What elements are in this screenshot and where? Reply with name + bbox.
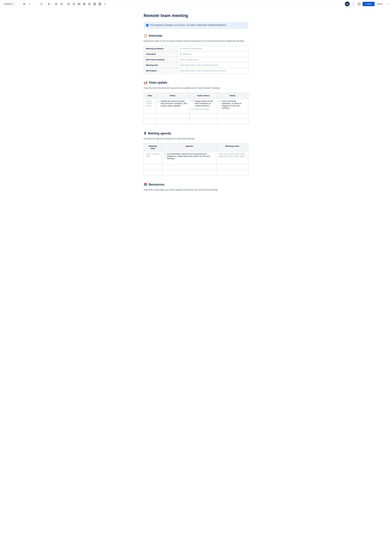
numbered-list-button[interactable]: 1.2.3. [59, 2, 64, 6]
meeting-agenda-section: 🗓 Meeting agenda Describe the agendas an… [144, 132, 248, 175]
bold-button[interactable]: B [22, 2, 26, 6]
svg-point-15 [84, 4, 85, 5]
overview-heading-text: Overview [149, 34, 162, 38]
svg-rect-27 [100, 4, 101, 5]
agenda-date-cell[interactable] [144, 164, 162, 170]
agenda-cell[interactable] [162, 164, 216, 170]
color-chevron-icon: ▾ [50, 3, 50, 5]
table-cell-value[interactable]: Type /link to add a video conferencing l… [177, 62, 248, 68]
template-icon [358, 3, 361, 5]
news-cell[interactable]: Update the team by listing new decisions… [156, 98, 189, 113]
agenda-notes-cell[interactable] [216, 170, 248, 175]
news-cell[interactable] [156, 113, 189, 119]
image-button[interactable] [77, 2, 81, 6]
image-icon [78, 3, 80, 5]
add-collaborator-button[interactable]: + [351, 2, 356, 6]
action-items-cell[interactable] [189, 119, 217, 124]
insert-button[interactable]: + ▾ [103, 2, 107, 6]
insert-icon: + [104, 2, 106, 5]
agenda-cell[interactable]: Use information learned from asynchronou… [162, 151, 216, 164]
link-button[interactable] [71, 2, 76, 6]
col-header-news: News [156, 93, 189, 98]
align-icon: ☰ [40, 3, 42, 5]
toolbar-divider-3 [45, 2, 45, 6]
more-format-button[interactable]: ··· [32, 2, 37, 6]
toolbar-divider-2 [38, 2, 38, 6]
team-update-heading: 📢 Team update [144, 81, 248, 85]
checkbox-item[interactable]: Assign tasks and @ team members to resol… [191, 100, 215, 107]
layout-button[interactable] [98, 2, 102, 6]
resources-heading-text: Resources [149, 183, 164, 186]
list-item: Use information learned from asynchronou… [167, 153, 214, 160]
publish-button[interactable]: Publish [363, 2, 375, 6]
notes-cell[interactable]: Post comments, questions, or ideas to pr… [217, 98, 248, 113]
list-item: Update the team by listing new decisions… [161, 100, 187, 107]
svg-rect-1 [56, 3, 57, 4]
table-cell-label: Workspace [144, 68, 177, 73]
mention-button[interactable] [82, 2, 86, 6]
italic-button[interactable]: I [27, 2, 32, 6]
align-button[interactable]: ☰ ▾ [40, 2, 44, 6]
link-icon [73, 3, 75, 5]
more-options-button[interactable]: ··· [385, 2, 390, 6]
overview-emoji: 📋 [144, 34, 147, 38]
emoji-button[interactable] [87, 2, 92, 6]
table-cell-value[interactable]: Type /link to add a Miro whiteboard you'… [177, 68, 248, 73]
page-title[interactable]: Remote team meeting [144, 13, 248, 18]
insert-chevron: ▾ [106, 3, 106, 5]
bullet-list-icon [55, 3, 57, 5]
table-row [144, 113, 248, 119]
action-items-cell[interactable] [189, 113, 217, 119]
notes-cell[interactable] [217, 113, 248, 119]
table-row: Attendees @ attendees [144, 51, 248, 57]
agenda-date-cell[interactable]: Type // to add a date [144, 151, 162, 164]
avatar-initials: CK [346, 3, 348, 5]
table-cell-value[interactable]: @ mention the facilitator [177, 46, 248, 51]
col-header-meeting-date: Meetingdate [144, 143, 162, 151]
toolbar: Heading 2 ▾ B I ··· ☰ ▾ A ▾ 1.2.3. [0, 0, 392, 8]
user-avatar[interactable]: CK [345, 1, 350, 6]
col-header-action-items: Action items [189, 93, 217, 98]
svg-point-0 [55, 3, 55, 4]
agenda-cell[interactable] [162, 170, 216, 175]
overview-section: 📋 Overview Explain the goals for this re… [144, 34, 248, 74]
heading-selector[interactable]: Heading 2 ▾ [2, 2, 19, 6]
agenda-notes-cell[interactable]: Type /link to add a link to the page you… [216, 151, 248, 164]
svg-rect-25 [99, 3, 100, 5]
table-cell-value[interactable]: Type // to add a date [177, 57, 248, 62]
meeting-agenda-emoji: 🗓 [144, 132, 147, 135]
avatar-badge [348, 5, 350, 7]
more-options-icon: ··· [386, 2, 388, 5]
page-content: Remote team meeting i This template is b… [136, 8, 256, 211]
color-button[interactable]: A ▾ [47, 2, 51, 6]
task-button[interactable] [66, 2, 71, 6]
miro-link[interactable]: Miro [182, 24, 186, 26]
table-cell-label: Meeting facilitator [144, 46, 177, 51]
checkbox-item[interactable]: Type your actio... [191, 108, 215, 110]
checkbox-text: Assign tasks and @ team members to resol… [195, 100, 215, 107]
date-cell[interactable] [144, 113, 156, 119]
task-icon [67, 3, 70, 5]
svg-text:3.: 3. [60, 4, 61, 5]
notes-cell[interactable] [217, 119, 248, 124]
emoji-icon [88, 3, 91, 5]
date-cell[interactable]: Type //to adda date [144, 98, 156, 113]
meeting-agenda-heading: 🗓 Meeting agenda [144, 132, 248, 135]
checkbox-input[interactable] [191, 108, 194, 110]
svg-rect-9 [61, 4, 62, 4]
table-cell-value[interactable]: @ attendees [177, 51, 248, 57]
table-row: Workspace Type /link to add a Miro white… [144, 68, 248, 73]
svg-rect-5 [56, 5, 57, 5]
agenda-notes-cell[interactable] [216, 164, 248, 170]
date-cell[interactable] [144, 119, 156, 124]
checkbox-input[interactable] [191, 100, 194, 102]
bullet-list-button[interactable] [54, 2, 59, 6]
close-button[interactable]: Close [376, 2, 384, 6]
action-items-cell[interactable]: Assign tasks and @ team members to resol… [189, 98, 217, 113]
heading-selector-label: Heading 2 [4, 3, 13, 5]
agenda-date-cell[interactable] [144, 170, 162, 175]
table-button[interactable] [92, 2, 97, 6]
svg-point-16 [83, 3, 85, 5]
template-button[interactable] [357, 2, 361, 6]
news-cell[interactable] [156, 119, 189, 124]
